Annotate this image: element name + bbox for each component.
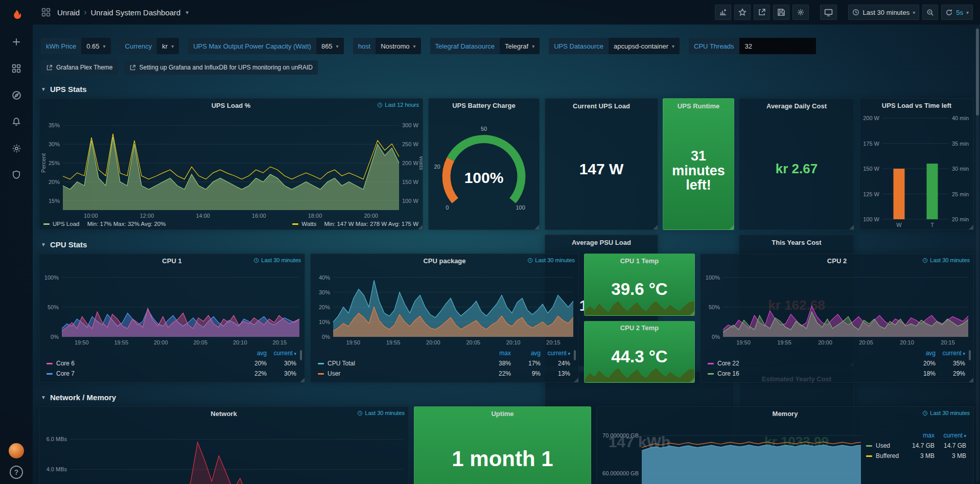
panel-current-ups-load: Current UPS Load 147 W	[545, 98, 658, 230]
panel-uptime: Uptime 1 month 1	[414, 406, 591, 484]
svg-text:Watts: Watts	[418, 156, 423, 170]
breadcrumb-separator-icon: ›	[84, 8, 86, 17]
cpu-package-chart[interactable]: 0%10%20%30%40%19:5019:5520:0020:0520:102…	[311, 267, 578, 347]
grafana-logo[interactable]	[6, 5, 27, 26]
svg-text:40 min: 40 min	[952, 115, 969, 121]
chevron-down-icon[interactable]: ▾	[185, 9, 189, 16]
svg-text:19:50: 19:50	[736, 339, 751, 345]
variable-currency[interactable]: Currency kr▾	[120, 38, 179, 54]
svg-text:100%: 100%	[706, 274, 720, 281]
variable-cpu-threads: CPU Threads	[689, 38, 816, 54]
add-panel-button[interactable]	[715, 5, 731, 20]
variable-label: Currency	[120, 38, 157, 54]
variable-host[interactable]: host Nostromo▾	[353, 38, 421, 54]
variable-ups-datasource[interactable]: UPS Datasource apcupsd-container▾	[549, 38, 680, 54]
stat-value: 147 W	[545, 112, 658, 229]
time-range-picker[interactable]: Last 30 minutes ▾	[848, 5, 919, 20]
variable-value: Nostromo	[381, 42, 409, 50]
svg-text:40%: 40%	[319, 274, 330, 281]
svg-text:20:15: 20:15	[272, 339, 287, 345]
svg-text:20:00: 20:00	[818, 339, 832, 345]
section-title: Network / Memory	[50, 393, 116, 402]
cpu1-chart[interactable]: 0%50%100%19:5019:5520:0020:0520:1020:15	[39, 267, 305, 347]
ups-vs-time-chart[interactable]: 100 W125 W150 W175 W200 W20 min25 min30 …	[860, 112, 973, 229]
cpu-row: CPU 1 Last 30 minutes 0%50%100%19:5019:5…	[33, 253, 980, 383]
variable-label: UPS Datasource	[549, 38, 609, 54]
network-chart[interactable]: 2.0 MBs4.0 MBs6.0 MBs	[39, 420, 408, 484]
cycle-view-monitor-button[interactable]	[820, 5, 837, 20]
breadcrumb-dashboard[interactable]: Unraid System Dashboard	[91, 8, 181, 17]
cpu-threads-input[interactable]	[739, 38, 816, 54]
panel-title: CPU 1	[162, 257, 181, 265]
help-icon[interactable]: ?	[10, 466, 23, 479]
variable-label: CPU Threads	[689, 38, 739, 54]
svg-text:20:00: 20:00	[426, 339, 440, 345]
time-override-badge: Last 30 minutes	[253, 257, 301, 263]
link-ups-monitoring-guide[interactable]: Setting up Grafana and InfluxDB for UPS …	[124, 60, 318, 75]
cpu2-chart[interactable]: 0%50%100%19:5019:5520:0020:0520:1020:15	[701, 267, 973, 347]
variable-value: kr	[162, 42, 168, 50]
refresh-interval-label[interactable]: 5s	[956, 9, 963, 16]
svg-text:0%: 0%	[322, 334, 330, 340]
svg-text:20:10: 20:10	[506, 339, 521, 345]
panel-header[interactable]: UPS Battery Charge	[429, 99, 539, 112]
svg-text:14:00: 14:00	[196, 213, 210, 219]
star-button[interactable]	[734, 5, 751, 20]
alerting-bell-icon[interactable]	[6, 111, 27, 132]
svg-text:19:55: 19:55	[777, 339, 791, 345]
svg-text:0%: 0%	[51, 334, 59, 340]
svg-text:200 W: 200 W	[863, 115, 879, 121]
variable-kwh-price[interactable]: kWh Price 0.65▾	[41, 38, 111, 54]
time-override-badge: Last 30 minutes	[357, 410, 405, 416]
share-button[interactable]	[754, 5, 770, 20]
svg-text:20:00: 20:00	[154, 339, 168, 345]
variable-value: Telegraf	[505, 42, 528, 50]
ups-load-chart[interactable]: 15%20%25%30%35%100 W150 W200 W250 W300 W…	[39, 112, 423, 220]
chevron-down-icon[interactable]: ▾	[966, 10, 969, 15]
link-grafana-plex-theme[interactable]: Grafana Plex Theme	[41, 60, 118, 75]
chevron-down-icon: ▾	[532, 43, 534, 49]
apps-grid-icon[interactable]	[40, 6, 52, 18]
settings-gear-button[interactable]	[792, 5, 809, 20]
time-override-badge: Last 30 minutes	[922, 257, 970, 263]
memory-chart[interactable]: 50.000000 GB60.000000 GB70.000000 GB	[597, 420, 866, 484]
section-title: UPS Stats	[50, 85, 87, 94]
create-plus-icon[interactable]	[6, 32, 27, 52]
panel-cpu2: CPU 2 Last 30 minutes 0%50%100%19:5019:5…	[700, 253, 974, 383]
svg-text:10%: 10%	[319, 319, 330, 325]
breadcrumb-folder[interactable]: Unraid	[57, 8, 80, 17]
legend-row: CPU Total38%17%24%	[318, 358, 570, 368]
chevron-down-icon: ▾	[672, 43, 674, 49]
time-override-badge: Last 30 minutes	[922, 410, 970, 416]
explore-compass-icon[interactable]	[6, 85, 27, 105]
dashboards-icon[interactable]	[6, 58, 27, 79]
variable-label: UPS Max Output Power Capacity (Watt)	[188, 38, 316, 54]
variable-ups-max-output[interactable]: UPS Max Output Power Capacity (Watt) 865…	[188, 38, 343, 54]
svg-text:30%: 30%	[49, 141, 60, 147]
refresh-button[interactable]: 5s ▾	[941, 5, 973, 20]
panel-ups-load-vs-time-left: UPS Load vs Time left 100 W125 W150 W175…	[859, 98, 974, 230]
cpu2-temp-sparkline	[585, 366, 694, 382]
panel-title: UPS Load %	[212, 102, 251, 109]
panel-header[interactable]: UPS Load % Last 12 hours	[39, 99, 423, 112]
variable-telegraf-datasource[interactable]: Telegraf Datasource Telegraf▾	[430, 38, 540, 54]
scrollbar-thumb[interactable]	[976, 29, 979, 116]
svg-text:200 W: 200 W	[402, 160, 418, 166]
clock-icon	[852, 9, 859, 16]
configuration-gear-icon[interactable]	[6, 138, 27, 158]
svg-text:20:15: 20:15	[941, 339, 955, 345]
zoom-out-button[interactable]	[922, 5, 938, 20]
save-button[interactable]	[773, 5, 789, 20]
breadcrumb: Unraid › Unraid System Dashboard ▾	[57, 8, 189, 17]
svg-text:100%: 100%	[44, 274, 59, 281]
user-avatar[interactable]	[9, 443, 24, 458]
svg-text:300 W: 300 W	[402, 122, 418, 128]
svg-text:20:05: 20:05	[193, 339, 207, 345]
panel-title: CPU 2 Temp	[620, 324, 659, 332]
page-scrollbar[interactable]	[976, 27, 979, 482]
svg-text:20:10: 20:10	[233, 339, 247, 345]
chevron-down-icon: ▾	[413, 43, 416, 49]
svg-text:50%: 50%	[709, 304, 720, 310]
section-ups-stats[interactable]: ▼ UPS Stats	[41, 85, 972, 94]
server-admin-shield-icon[interactable]	[6, 165, 27, 185]
